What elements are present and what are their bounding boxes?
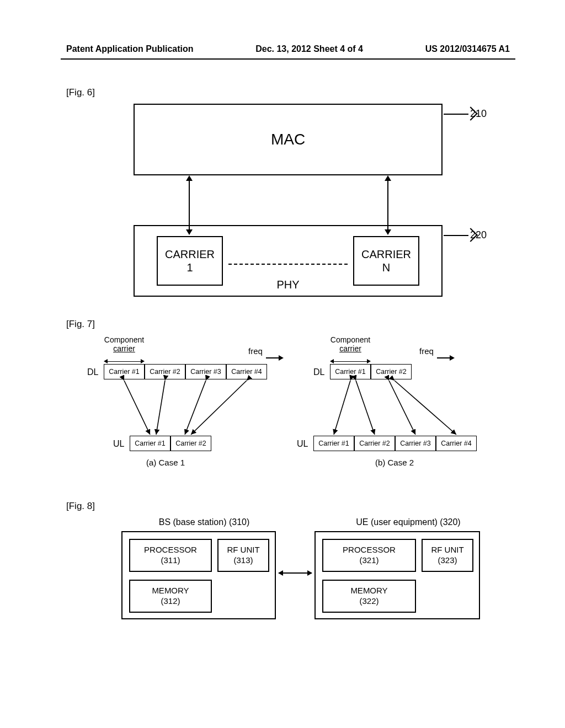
case2-dl-row: Carrier #1 Carrier #2 xyxy=(330,364,412,379)
ue-processor: PROCESSOR(321) xyxy=(322,539,416,572)
header-rule xyxy=(61,58,515,60)
cc-hdr-2b: carrier xyxy=(339,344,361,353)
freq-label-2: freq xyxy=(419,346,434,356)
case2-links xyxy=(83,335,535,479)
carrier-n-box: CARRIER N xyxy=(353,236,419,286)
ue-memory: MEMORY(322) xyxy=(322,580,416,613)
bs-processor: PROCESSOR(311) xyxy=(129,539,212,572)
svg-line-5 xyxy=(356,381,375,435)
fig7-diagram: Component carrier freq DL Carrier #1 Car… xyxy=(83,335,535,484)
bs-ue-link xyxy=(279,572,312,574)
freq-label-1: freq xyxy=(248,346,263,356)
carrier-1-box: CARRIER 1 xyxy=(157,236,223,286)
svg-line-6 xyxy=(389,381,415,435)
ue-title: UE (user equipment) (320) xyxy=(326,517,491,527)
dl-label-2: DL xyxy=(313,367,324,377)
ue-rf-unit: RF UNIT(323) xyxy=(422,539,473,572)
case1-dl-c4: Carrier #4 xyxy=(226,364,267,379)
case2-ul-c1: Carrier #1 xyxy=(313,436,354,451)
carrier-1-l1: CARRIER xyxy=(165,248,215,261)
ref-220: 220 xyxy=(470,229,487,241)
fig8-label: [Fig. 8] xyxy=(66,501,510,512)
cc-span-1 xyxy=(104,358,145,364)
case2-dl-c2: Carrier #2 xyxy=(371,364,412,379)
svg-line-3 xyxy=(191,381,247,435)
case1-dl-c1: Carrier #1 xyxy=(104,364,145,379)
bs-rf-unit: RF UNIT(313) xyxy=(217,539,269,572)
fig6-diagram: MAC CARRIER 1 CARRIER N PHY 210 220 xyxy=(95,104,481,302)
mac-carrier1-link xyxy=(189,176,190,234)
caption-case2: (b) Case 2 xyxy=(375,458,414,467)
case2-ul-c3: Carrier #3 xyxy=(395,436,436,451)
ue-block: PROCESSOR(321) RF UNIT(323) MEMORY(322) xyxy=(315,531,480,619)
fig7-label: [Fig. 7] xyxy=(66,319,510,330)
case1-dl-c2: Carrier #2 xyxy=(145,364,185,379)
case1-dl-c3: Carrier #3 xyxy=(185,364,226,379)
case2-ul-row: Carrier #1 Carrier #2 Carrier #3 Carrier… xyxy=(313,436,477,451)
bs-memory: MEMORY(312) xyxy=(129,580,212,613)
ref-210: 210 xyxy=(470,108,487,120)
header-docnum: US 2012/0314675 A1 xyxy=(425,44,510,54)
mac-text: MAC xyxy=(271,131,305,148)
carrier-n-l2: N xyxy=(382,261,390,274)
ul-label-1: UL xyxy=(113,439,124,449)
case2-ul-c2: Carrier #2 xyxy=(354,436,395,451)
dl-label-1: DL xyxy=(87,367,98,377)
svg-line-4 xyxy=(334,381,350,435)
mac-carriern-link xyxy=(387,176,388,234)
phy-text: PHY xyxy=(276,279,299,291)
case2-ul-c4: Carrier #4 xyxy=(436,436,477,451)
ul-label-2: UL xyxy=(297,439,308,449)
svg-line-0 xyxy=(124,381,150,435)
carrier-1-l2: 1 xyxy=(186,261,193,274)
fig6-label: [Fig. 6] xyxy=(66,87,510,98)
svg-line-2 xyxy=(185,381,206,435)
mac-block: MAC xyxy=(134,104,443,175)
freq-arrow-2 xyxy=(437,357,454,358)
phy-block: CARRIER 1 CARRIER N PHY xyxy=(134,225,443,297)
caption-case1: (a) Case 1 xyxy=(146,458,185,467)
svg-line-7 xyxy=(395,381,456,435)
carrier-ellipsis-line xyxy=(228,264,348,265)
case2-dl-c1: Carrier #1 xyxy=(330,364,371,379)
header-publication: Patent Application Publication xyxy=(66,44,194,54)
bs-title: BS (base station) (310) xyxy=(132,517,276,527)
cc-hdr-1a: Component xyxy=(104,335,144,344)
case1-ul-c2: Carrier #2 xyxy=(170,436,211,451)
cc-span-2 xyxy=(330,358,371,364)
fig8-diagram: BS (base station) (310) PROCESSOR(311) R… xyxy=(94,517,524,644)
case1-dl-row: Carrier #1 Carrier #2 Carrier #3 Carrier… xyxy=(104,364,267,379)
freq-arrow-1 xyxy=(266,357,282,358)
header-sheet: Dec. 13, 2012 Sheet 4 of 4 xyxy=(255,44,363,54)
cc-hdr-1b: carrier xyxy=(113,344,135,353)
svg-line-1 xyxy=(156,381,165,435)
case1-ul-row: Carrier #1 Carrier #2 xyxy=(130,436,211,451)
case1-ul-c1: Carrier #1 xyxy=(130,436,170,451)
carrier-n-l1: CARRIER xyxy=(361,248,411,261)
bs-block: PROCESSOR(311) RF UNIT(313) MEMORY(312) xyxy=(121,531,276,619)
case1-links xyxy=(83,335,292,479)
cc-hdr-2a: Component xyxy=(331,335,370,344)
